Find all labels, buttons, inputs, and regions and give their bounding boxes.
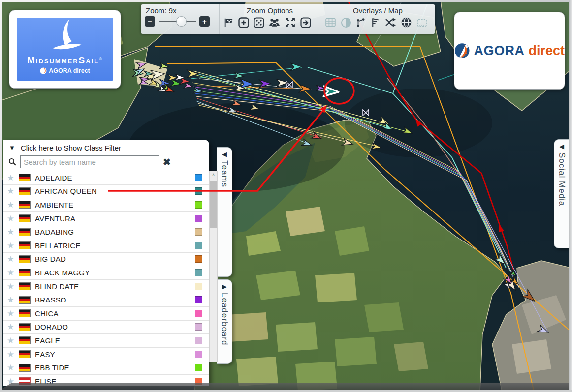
team-flag-germany — [19, 241, 31, 249]
team-flag-germany — [19, 282, 31, 290]
grid-icon[interactable] — [324, 16, 337, 29]
favorite-star-icon[interactable]: ★ — [7, 362, 19, 373]
team-flag-germany — [19, 187, 31, 195]
team-flag-germany — [19, 174, 31, 181]
route-icon[interactable] — [355, 17, 366, 28]
team-color-swatch — [195, 296, 202, 303]
team-row[interactable]: ★ADELAIDE — [3, 171, 209, 185]
favorite-star-icon[interactable]: ★ — [7, 308, 19, 319]
favorite-star-icon[interactable]: ★ — [7, 281, 19, 292]
measure-icon[interactable] — [416, 17, 428, 29]
team-name: EBB TIDE — [35, 363, 195, 372]
team-color-swatch — [195, 283, 202, 290]
favorite-star-icon[interactable]: ★ — [7, 213, 19, 224]
team-name: AVENTURA — [35, 214, 195, 223]
scrollbar-thumb[interactable] — [210, 181, 217, 228]
tab-leaderboard[interactable]: ▶ Leaderboard — [217, 279, 232, 364]
favorite-star-icon[interactable]: ★ — [7, 241, 19, 251]
favorite-star-icon[interactable]: ★ — [7, 173, 19, 183]
zoom-section: Zoom: 9x − + — [141, 4, 219, 34]
midsummersail-title: MidsummerSail® — [27, 55, 103, 66]
favorite-star-icon[interactable]: ★ — [7, 322, 19, 332]
zoom-slider-thumb[interactable] — [176, 16, 187, 27]
team-row[interactable]: ★EAGLE — [3, 334, 209, 348]
team-name: BLACK MAGGY — [35, 269, 195, 277]
favorite-star-icon[interactable]: ★ — [7, 186, 19, 196]
favorite-star-icon[interactable]: ★ — [7, 254, 19, 264]
tab-social-media[interactable]: ◀ Social Media — [554, 139, 569, 248]
team-row[interactable]: ★DORADO — [3, 321, 209, 334]
boats-dice-icon[interactable] — [253, 17, 265, 29]
zoom-options-section: Zoom Options — [219, 4, 320, 34]
team-search-row: ✖ — [3, 153, 209, 171]
midsummersail-subtitle: AGORA direct — [40, 67, 90, 74]
chevron-down-icon[interactable]: ▼ — [9, 144, 15, 151]
team-flag-germany — [19, 296, 31, 304]
team-row[interactable]: ★EBB TIDE — [3, 361, 209, 375]
tab-teams-label: Teams — [220, 160, 229, 187]
globe-icon[interactable] — [400, 16, 413, 29]
team-name: BRASSO — [35, 296, 195, 304]
window-frame-right — [569, 0, 572, 392]
team-row[interactable]: ★AFRICAN QUEEN — [3, 185, 209, 199]
team-row[interactable]: ★CHICA — [3, 307, 209, 321]
expand-right-icon[interactable]: ▶ — [222, 284, 227, 289]
window-frame-top — [0, 0, 572, 2]
zoom-plus-box-icon[interactable] — [238, 17, 250, 29]
scroll-up-icon[interactable]: ∧ — [210, 171, 217, 179]
contrast-icon[interactable] — [340, 17, 352, 29]
clear-search-icon[interactable]: ✖ — [163, 156, 171, 168]
fleet-group-icon[interactable] — [268, 16, 281, 29]
zoom-in-button[interactable]: + — [199, 16, 210, 27]
expand-fullscreen-icon[interactable] — [284, 16, 296, 29]
team-name: BADABING — [35, 228, 195, 236]
team-name: BELLATRICE — [35, 241, 195, 250]
team-row[interactable]: ★BADABING — [3, 225, 209, 239]
team-name: EASY — [35, 350, 195, 359]
team-row[interactable]: ★AMBIENTE — [3, 198, 209, 212]
favorite-star-icon[interactable]: ★ — [7, 268, 19, 278]
agora-direct-logo-card[interactable]: AGORA direct — [454, 12, 565, 90]
favorite-star-icon[interactable]: ★ — [7, 200, 19, 210]
team-row[interactable]: ★BLACK MAGGY — [3, 266, 209, 280]
team-row[interactable]: ★EASY — [3, 348, 209, 362]
class-filter-toggle[interactable]: ▼ Click here to Show Class Filter — [3, 140, 209, 153]
team-flag-germany — [19, 255, 31, 263]
zoom-slider[interactable] — [159, 16, 196, 27]
team-list-scrollbar[interactable]: ∧ — [209, 171, 218, 362]
agora-logo-icon — [454, 42, 470, 60]
team-search-input[interactable] — [20, 155, 159, 168]
midsummersail-logo-card[interactable]: MidsummerSail® AGORA direct — [9, 10, 121, 89]
favorite-star-icon[interactable]: ★ — [7, 335, 19, 346]
map-toolbar: Zoom: 9x − + Zoom Options Overlays / Map — [141, 4, 435, 34]
finish-flag-icon[interactable] — [223, 17, 234, 28]
class-filter-label: Click here to Show Class Filter — [21, 144, 121, 152]
team-row[interactable]: ★AVENTURA — [3, 212, 209, 226]
team-row[interactable]: ★BIG DAD — [3, 253, 209, 267]
team-color-swatch — [195, 337, 202, 344]
favorite-star-icon[interactable]: ★ — [7, 295, 19, 305]
collapse-left-icon[interactable]: ◀ — [222, 152, 227, 157]
follow-arrow-icon[interactable] — [300, 17, 312, 29]
team-row[interactable]: ★BRASSO — [3, 293, 209, 307]
team-name: BIG DAD — [35, 255, 195, 263]
team-color-swatch — [195, 351, 202, 358]
favorite-star-icon[interactable]: ★ — [7, 227, 19, 237]
team-color-swatch — [195, 201, 202, 209]
zoom-level-label: Zoom: 9x — [141, 6, 219, 15]
zoom-out-button[interactable]: − — [145, 16, 155, 27]
agora-circle-icon — [40, 67, 47, 74]
team-row[interactable]: ★BELLATRICE — [3, 239, 209, 253]
teams-panel: ▼ Click here to Show Class Filter ✖ ★ADE… — [3, 140, 209, 386]
collapse-left-icon[interactable]: ◀ — [559, 144, 564, 149]
team-color-swatch — [195, 242, 202, 249]
team-color-swatch — [195, 364, 202, 371]
overlays-label: Overlays / Map — [320, 6, 435, 15]
tab-teams[interactable]: ◀ Teams — [217, 147, 232, 277]
shuffle-icon[interactable] — [384, 16, 397, 29]
windbarb-icon[interactable] — [370, 17, 381, 28]
team-row[interactable]: ★BLIND DATE — [3, 280, 209, 294]
team-color-swatch — [195, 174, 202, 181]
favorite-star-icon[interactable]: ★ — [7, 349, 19, 360]
team-flag-germany — [19, 323, 31, 331]
